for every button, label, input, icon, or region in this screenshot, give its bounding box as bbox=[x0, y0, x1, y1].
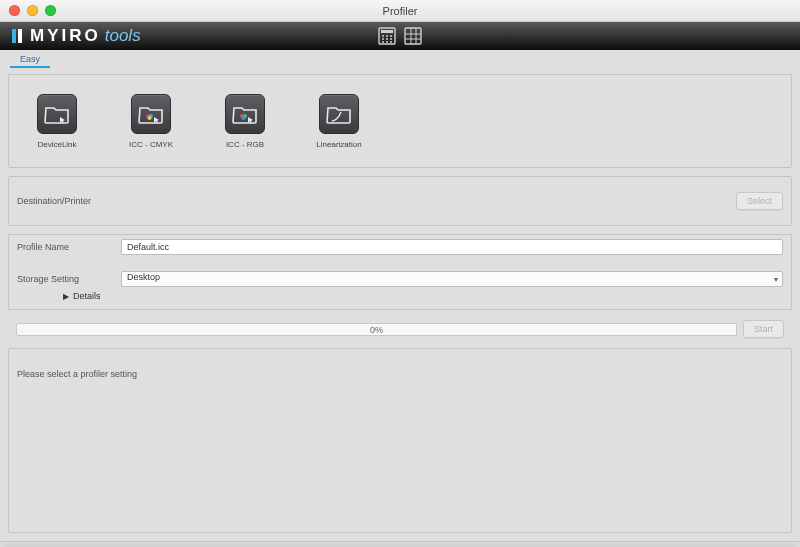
storage-setting-label: Storage Setting bbox=[17, 274, 113, 284]
svg-point-10 bbox=[382, 41, 384, 43]
window-controls bbox=[9, 5, 56, 16]
chevron-down-icon: ▾ bbox=[774, 275, 778, 284]
svg-rect-13 bbox=[405, 28, 421, 44]
status-message: Please select a profiler setting bbox=[17, 369, 137, 379]
svg-point-23 bbox=[242, 116, 246, 120]
zoom-icon[interactable] bbox=[45, 5, 56, 16]
svg-point-8 bbox=[386, 38, 388, 40]
toolbar-center bbox=[377, 27, 423, 45]
titlebar: Profiler bbox=[0, 0, 800, 22]
brand-logo: MYIRO tools bbox=[10, 26, 141, 46]
details-label: Details bbox=[73, 291, 101, 301]
svg-point-12 bbox=[390, 41, 392, 43]
select-destination-button[interactable]: Select bbox=[736, 192, 783, 210]
folder-cmyk-icon bbox=[131, 94, 171, 134]
tabstrip: Easy bbox=[0, 50, 800, 68]
brand-name: MYIRO bbox=[30, 26, 101, 46]
svg-point-20 bbox=[148, 116, 152, 120]
close-icon[interactable] bbox=[9, 5, 20, 16]
start-button[interactable]: Start bbox=[743, 320, 784, 338]
profile-name-input[interactable] bbox=[121, 239, 783, 255]
svg-point-7 bbox=[382, 38, 384, 40]
calculator-icon[interactable] bbox=[377, 27, 397, 45]
profile-icc-cmyk[interactable]: ICC - CMYK bbox=[125, 94, 177, 149]
profiles-panel: DeviceLink ICC - CMYK bbox=[8, 74, 792, 168]
svg-point-6 bbox=[390, 35, 392, 37]
triangle-right-icon: ▶ bbox=[63, 292, 69, 301]
svg-rect-3 bbox=[381, 30, 393, 33]
profile-name-label: Profile Name bbox=[17, 242, 113, 252]
svg-rect-0 bbox=[12, 29, 16, 43]
progress-percent: 0% bbox=[17, 324, 736, 337]
settings-panel: Profile Name Storage Setting Desktop ▾ ▶… bbox=[8, 234, 792, 310]
profile-devicelink[interactable]: DeviceLink bbox=[31, 94, 83, 149]
brand-suffix: tools bbox=[105, 26, 141, 46]
brand-mark-icon bbox=[10, 28, 26, 44]
profile-label: ICC - RGB bbox=[226, 140, 264, 149]
svg-rect-1 bbox=[18, 29, 22, 43]
app-window: Profiler MYIRO tools bbox=[0, 0, 800, 547]
svg-point-11 bbox=[386, 41, 388, 43]
progress-bar: 0% bbox=[16, 323, 737, 336]
status-panel: Please select a profiler setting bbox=[8, 348, 792, 533]
brand-bar: MYIRO tools bbox=[0, 22, 800, 50]
profile-label: DeviceLink bbox=[37, 140, 76, 149]
storage-setting-value: Desktop bbox=[127, 272, 160, 282]
destination-label: Destination/Printer bbox=[17, 196, 91, 206]
svg-point-5 bbox=[386, 35, 388, 37]
storage-setting-select[interactable]: Desktop ▾ bbox=[121, 271, 783, 287]
profile-label: ICC - CMYK bbox=[129, 140, 173, 149]
details-toggle[interactable]: ▶ Details bbox=[17, 291, 783, 301]
window-title: Profiler bbox=[0, 5, 800, 17]
grid-icon[interactable] bbox=[403, 27, 423, 45]
folder-curve-icon bbox=[319, 94, 359, 134]
svg-point-9 bbox=[390, 38, 392, 40]
folder-cursor-icon bbox=[37, 94, 77, 134]
svg-point-4 bbox=[382, 35, 384, 37]
body: DeviceLink ICC - CMYK bbox=[0, 68, 800, 541]
destination-panel: Destination/Printer Select bbox=[8, 176, 792, 226]
progress-row: 0% Start bbox=[8, 318, 792, 340]
footer bbox=[0, 541, 800, 547]
tab-easy[interactable]: Easy bbox=[10, 51, 50, 68]
profile-label: Linearization bbox=[316, 140, 361, 149]
profile-linearization[interactable]: Linearization bbox=[313, 94, 365, 149]
profile-icc-rgb[interactable]: ICC - RGB bbox=[219, 94, 271, 149]
minimize-icon[interactable] bbox=[27, 5, 38, 16]
folder-rgb-icon bbox=[225, 94, 265, 134]
